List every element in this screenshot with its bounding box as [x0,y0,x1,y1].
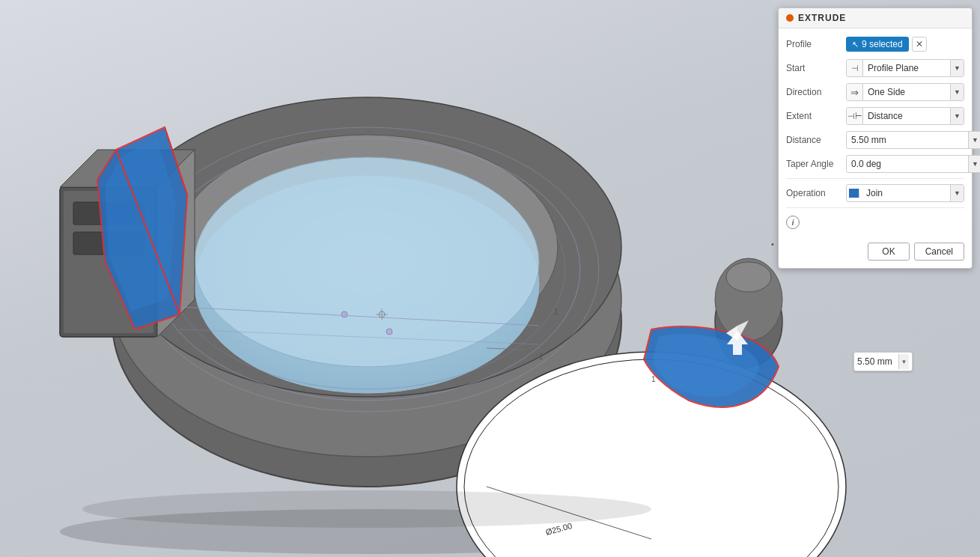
direction-value: One Side [863,87,950,97]
start-value: Profile Plane [863,63,950,73]
svg-text:•: • [771,240,774,249]
operation-dropdown-arrow[interactable]: ▼ [950,185,964,201]
panel-divider-1 [786,178,964,179]
profile-control: ↖ 9 selected ✕ [846,37,964,52]
taper-angle-row: Taper Angle ▼ [786,154,964,174]
distance-row: Distance ▼ [786,130,964,150]
taper-angle-value-ctrl[interactable]: ▼ [846,155,980,173]
distance-value-ctrl[interactable]: ▼ [846,131,980,149]
taper-angle-label: Taper Angle [786,159,846,169]
start-label: Start [786,63,846,73]
operation-dropdown[interactable]: Join ▼ [846,184,964,202]
direction-dropdown-arrow[interactable]: ▼ [950,84,964,100]
extent-dropdown-arrow[interactable]: ▼ [950,108,964,124]
start-dropdown-arrow[interactable]: ▼ [950,60,964,76]
direction-control: ⇒ One Side ▼ [846,83,964,101]
distance-control: ▼ [846,131,980,149]
info-icon[interactable]: i [786,216,800,229]
svg-point-30 [341,311,347,317]
direction-label: Direction [786,87,846,97]
distance-float-value[interactable] [857,356,898,367]
panel-title: EXTRUDE [798,13,846,23]
distance-float-input[interactable]: ▼ [853,352,913,371]
svg-text:1: 1 [539,353,544,361]
operation-row: Operation Join ▼ [786,183,964,203]
operation-control: Join ▼ [846,184,964,202]
panel-divider-2 [786,207,964,208]
extent-icon: ⊣⊢ [847,108,863,124]
info-row: i [786,213,964,232]
extent-value: Distance [863,111,950,121]
start-control: ⊣ Profile Plane ▼ [846,59,964,77]
distance-float-dropdown[interactable]: ▼ [898,354,909,369]
start-dropdown[interactable]: ⊣ Profile Plane ▼ [846,59,964,77]
distance-label: Distance [786,135,846,145]
direction-icon: ⇒ [847,84,863,100]
extent-row: Extent ⊣⊢ Distance ▼ [786,106,964,126]
distance-input[interactable] [847,135,968,145]
taper-angle-dropdown-arrow[interactable]: ▼ [968,156,980,172]
operation-value: Join [862,188,950,198]
svg-point-24 [726,262,771,292]
direction-dropdown[interactable]: ⇒ One Side ▼ [846,83,964,101]
taper-angle-input[interactable] [847,159,968,169]
extent-control: ⊣⊢ Distance ▼ [846,107,964,125]
operation-label: Operation [786,188,846,198]
taper-angle-control: ▼ [846,155,980,173]
panel-header: EXTRUDE [779,8,972,28]
direction-row: Direction ⇒ One Side ▼ [786,82,964,102]
panel-body: Profile ↖ 9 selected ✕ Start ⊣ Profile P… [779,28,972,238]
svg-point-6 [195,157,539,367]
profile-selected-button[interactable]: ↖ 9 selected [846,37,909,52]
profile-close-button[interactable]: ✕ [912,37,927,52]
distance-dropdown-arrow[interactable]: ▼ [968,132,980,148]
panel-status-dot [786,14,794,22]
svg-point-31 [386,329,392,335]
svg-point-36 [82,490,651,528]
svg-text:1: 1 [554,308,559,316]
extent-dropdown[interactable]: ⊣⊢ Distance ▼ [846,107,964,125]
cancel-button[interactable]: Cancel [914,243,964,261]
extent-label: Extent [786,111,846,121]
profile-row: Profile ↖ 9 selected ✕ [786,34,964,54]
ok-button[interactable]: OK [868,243,909,261]
profile-selected-label: 9 selected [862,39,903,49]
cursor-icon: ↖ [852,40,859,49]
operation-icon [849,189,859,198]
profile-label: Profile [786,39,846,49]
start-row: Start ⊣ Profile Plane ▼ [786,58,964,78]
panel-actions: OK Cancel [779,238,972,268]
start-icon: ⊣ [847,60,863,76]
extrude-panel: EXTRUDE Profile ↖ 9 selected ✕ Start ⊣ P… [778,7,973,269]
svg-text:1: 1 [651,375,656,383]
